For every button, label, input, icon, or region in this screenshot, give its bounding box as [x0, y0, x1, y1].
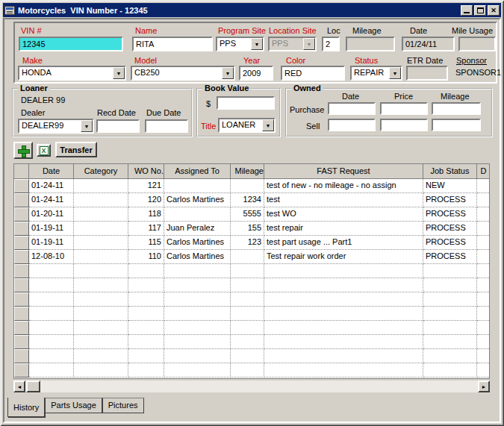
cell-mileage[interactable] — [231, 250, 264, 264]
cell-assigned_to[interactable] — [164, 363, 231, 378]
row-selector[interactable] — [14, 207, 29, 222]
program-site-combo[interactable]: PPS ▼ — [216, 37, 264, 51]
cell-wo_no[interactable]: 120 — [128, 193, 164, 207]
cell-job_status[interactable]: PROCESS — [423, 236, 477, 250]
cell-job_status[interactable] — [423, 264, 477, 278]
purchase-date-input[interactable] — [328, 102, 376, 115]
cell-category[interactable] — [74, 236, 128, 250]
cell-fast_request[interactable]: test WO — [264, 207, 423, 222]
horizontal-scrollbar[interactable]: ◄ ► — [13, 380, 490, 392]
cell-wo_no[interactable] — [128, 292, 164, 307]
cell-wo_no[interactable]: 118 — [128, 207, 164, 222]
cell-job_status[interactable]: PROCESS — [423, 222, 477, 236]
cell-mileage[interactable] — [231, 321, 264, 335]
tab-parts-usage[interactable]: Parts Usage — [45, 398, 102, 413]
cell-d[interactable] — [477, 222, 490, 236]
row-selector[interactable] — [14, 250, 29, 264]
cell-wo_no[interactable] — [128, 349, 164, 363]
cell-assigned_to[interactable]: Carlos Martines — [164, 193, 231, 207]
cell-wo_no[interactable] — [128, 335, 164, 349]
row-selector[interactable] — [14, 264, 29, 278]
purchase-mileage-input[interactable] — [432, 102, 481, 115]
cell-d[interactable] — [477, 292, 490, 307]
cell-job_status[interactable]: NEW — [423, 179, 477, 193]
cell-category[interactable] — [74, 207, 128, 222]
cell-mileage[interactable]: 155 — [231, 222, 264, 236]
column-header-date[interactable]: Date — [29, 164, 74, 179]
chevron-down-icon[interactable]: ▼ — [389, 67, 401, 79]
cell-assigned_to[interactable] — [164, 264, 231, 278]
cell-assigned_to[interactable]: Carlos Martines — [164, 250, 231, 264]
chevron-down-icon[interactable]: ▼ — [222, 67, 234, 79]
close-button[interactable]: ✕ — [488, 5, 500, 16]
sell-date-input[interactable] — [328, 119, 376, 131]
row-selector[interactable] — [14, 278, 29, 292]
cell-d[interactable] — [477, 321, 490, 335]
cell-job_status[interactable] — [423, 321, 477, 335]
row-selector[interactable] — [14, 179, 29, 193]
cell-wo_no[interactable] — [128, 363, 164, 378]
minimize-button[interactable] — [461, 5, 473, 16]
cell-d[interactable] — [477, 363, 490, 378]
cell-date[interactable] — [29, 321, 74, 335]
row-selector[interactable] — [14, 193, 29, 207]
cell-date[interactable]: 12-08-10 — [29, 250, 74, 264]
cell-d[interactable] — [477, 349, 490, 363]
column-header-wo-no-[interactable]: WO No. — [128, 164, 164, 179]
scroll-right-button[interactable]: ► — [478, 380, 490, 392]
title-bar[interactable]: Motorcycles VIN Number - 12345 ✕ — [3, 3, 501, 17]
export-excel-button[interactable]: X — [37, 144, 51, 157]
cell-d[interactable] — [477, 307, 490, 321]
row-selector[interactable] — [14, 307, 29, 321]
cell-category[interactable] — [74, 307, 128, 321]
sell-price-input[interactable] — [380, 119, 428, 131]
name-input[interactable] — [132, 37, 213, 51]
cell-wo_no[interactable]: 110 — [128, 250, 164, 264]
scroll-left-button[interactable]: ◄ — [13, 380, 25, 392]
cell-assigned_to[interactable] — [164, 335, 231, 349]
scrollbar-thumb[interactable] — [26, 380, 40, 392]
cell-fast_request[interactable] — [264, 363, 423, 378]
cell-d[interactable] — [477, 179, 490, 193]
cell-date[interactable]: 01-24-11 — [29, 179, 74, 193]
add-record-button[interactable] — [13, 142, 33, 159]
cell-date[interactable]: 01-20-11 — [29, 207, 74, 222]
tab-pictures[interactable]: Pictures — [102, 398, 144, 413]
model-combo[interactable]: CB250 ▼ — [131, 66, 235, 81]
cell-category[interactable] — [74, 292, 128, 307]
cell-date[interactable]: 01-19-11 — [29, 236, 74, 250]
cell-fast_request[interactable]: test of new - no mileage - no assign — [264, 179, 423, 193]
cell-job_status[interactable]: PROCESS — [423, 207, 477, 222]
cell-fast_request[interactable] — [264, 307, 423, 321]
cell-fast_request[interactable]: test repair — [264, 222, 423, 236]
cell-assigned_to[interactable] — [164, 307, 231, 321]
cell-assigned_to[interactable]: Carlos Martines — [164, 236, 231, 250]
cell-d[interactable] — [477, 264, 490, 278]
row-selector[interactable] — [14, 349, 29, 363]
cell-job_status[interactable] — [423, 349, 477, 363]
cell-d[interactable] — [477, 335, 490, 349]
cell-d[interactable] — [477, 207, 490, 222]
cell-mileage[interactable] — [231, 292, 264, 307]
column-header-fast-request[interactable]: FAST Request — [264, 164, 423, 179]
chevron-down-icon[interactable]: ▼ — [262, 119, 274, 131]
cell-fast_request[interactable]: test part usage ... Part1 — [264, 236, 423, 250]
cell-mileage[interactable] — [231, 307, 264, 321]
column-header-job-status[interactable]: Job Status — [423, 164, 477, 179]
cell-d[interactable] — [477, 278, 490, 292]
dealer-combo[interactable]: DEALER99 ▼ — [18, 119, 94, 134]
cell-assigned_to[interactable]: Juan Peralez — [164, 222, 231, 236]
cell-fast_request[interactable]: Test repair work order — [264, 250, 423, 264]
chevron-down-icon[interactable]: ▼ — [251, 38, 263, 50]
cell-category[interactable] — [74, 179, 128, 193]
column-header-selector[interactable] — [14, 164, 29, 179]
chevron-down-icon[interactable]: ▼ — [113, 67, 125, 79]
cell-assigned_to[interactable] — [164, 179, 231, 193]
status-combo[interactable]: REPAIR ▼ — [350, 66, 402, 81]
cell-mileage[interactable] — [231, 349, 264, 363]
cell-fast_request[interactable] — [264, 292, 423, 307]
row-selector[interactable] — [14, 236, 29, 250]
cell-category[interactable] — [74, 264, 128, 278]
due-date-input[interactable] — [145, 119, 188, 133]
cell-wo_no[interactable] — [128, 278, 164, 292]
